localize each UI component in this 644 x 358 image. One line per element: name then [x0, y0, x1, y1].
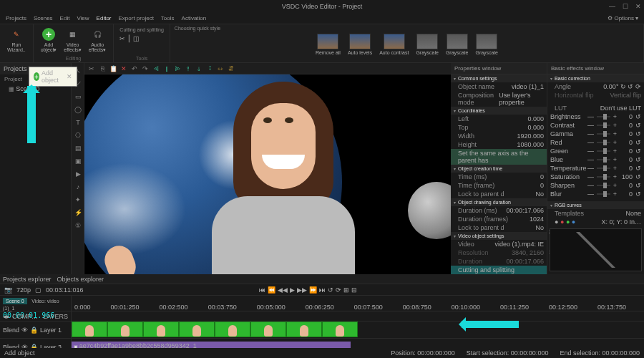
- ellipse-icon[interactable]: ◯: [73, 105, 83, 115]
- zoom-out-icon[interactable]: ⊟: [351, 286, 357, 294]
- align-right-icon[interactable]: ⫸: [173, 64, 182, 73]
- visibility-icon[interactable]: 👁: [21, 326, 28, 334]
- close-icon[interactable]: ✕: [635, 3, 641, 10]
- image-icon[interactable]: ▣: [73, 156, 83, 166]
- menu-tools[interactable]: Tools: [161, 15, 175, 21]
- tooltip-close-icon[interactable]: ✕: [67, 73, 72, 80]
- quick-autolevels[interactable]: Auto levels: [345, 32, 375, 57]
- section-coords[interactable]: Coordinates: [451, 107, 547, 115]
- cutting-button[interactable]: Cutting and splitting: [451, 266, 547, 274]
- vertical-toolbar: ↖ ／ ▭ ◯ T ⎔ ▤ ▣ ▶ ♪ ✦ ⚡ ①: [72, 63, 84, 274]
- align-middle-icon[interactable]: ⫰: [195, 64, 203, 73]
- quick-grayscale1[interactable]: Grayscale: [413, 32, 441, 57]
- text-icon[interactable]: T: [73, 117, 83, 127]
- quick-removeall[interactable]: Remove all: [313, 32, 343, 57]
- video-effects-icon: ▦: [66, 27, 80, 42]
- menu-edit[interactable]: Edit: [60, 15, 70, 21]
- section-rgb[interactable]: RGB curves: [547, 201, 644, 209]
- loop-icon[interactable]: ↺: [328, 286, 333, 294]
- menu-editor[interactable]: Editor: [97, 15, 112, 21]
- redo-icon[interactable]: ↷: [141, 64, 150, 73]
- section-basic[interactable]: Basic correction: [547, 74, 644, 82]
- slider[interactable]: [597, 193, 610, 195]
- slider[interactable]: [597, 125, 610, 126]
- animation-icon[interactable]: ⚡: [73, 208, 83, 218]
- menu-scenes[interactable]: Scenes: [34, 15, 53, 21]
- slider[interactable]: [597, 168, 610, 169]
- track-layer1[interactable]: [72, 321, 644, 338]
- undo-icon[interactable]: ↶: [130, 64, 139, 73]
- paste-icon[interactable]: 📋: [109, 64, 117, 73]
- lock-icon[interactable]: 🔒: [30, 326, 38, 334]
- rewind-icon[interactable]: ⏪: [268, 286, 275, 294]
- slider[interactable]: [597, 176, 610, 178]
- split-icon[interactable]: ⎮: [127, 35, 131, 42]
- tooltip-icon[interactable]: ⎔: [73, 130, 83, 140]
- playback-buttons: ⏮ ⏪ ◀◀ ▶ ▶▶ ⏩ ⏭ ↺ ⟳ ⊞ ⊟: [259, 286, 357, 294]
- fastfwd-icon[interactable]: ⏩: [309, 286, 317, 294]
- dist-h-icon[interactable]: ⇿: [216, 64, 225, 73]
- tab-objects-explorer[interactable]: Objects explorer: [57, 276, 104, 283]
- goto-start-icon[interactable]: ⏮: [259, 286, 265, 294]
- copy-icon[interactable]: ⎘: [98, 64, 107, 73]
- maximize-icon[interactable]: ☐: [623, 3, 628, 10]
- section-common[interactable]: Common settings: [451, 74, 547, 82]
- crop-icon[interactable]: ◫: [133, 35, 140, 42]
- scene-button[interactable]: Scene 0: [3, 298, 27, 304]
- slider[interactable]: [597, 185, 610, 186]
- align-bottom-icon[interactable]: ⫱: [205, 64, 214, 73]
- slider[interactable]: [597, 150, 610, 152]
- video-effects-button[interactable]: ▦ Video effects▾: [61, 26, 84, 54]
- run-wizard-button[interactable]: ✎ Run Wizard..: [4, 26, 29, 54]
- slider[interactable]: [597, 133, 610, 135]
- minimize-icon[interactable]: —: [609, 3, 615, 10]
- section-videoset[interactable]: Video object settings: [451, 232, 547, 240]
- chart-icon[interactable]: ▤: [73, 143, 83, 153]
- slider[interactable]: [597, 142, 610, 143]
- step-fwd-icon[interactable]: ▶▶: [297, 286, 307, 294]
- menu-projects[interactable]: Projects: [6, 15, 26, 21]
- rect-icon[interactable]: ▭: [73, 92, 83, 102]
- align-top-icon[interactable]: ⫯: [184, 64, 192, 73]
- menu-export[interactable]: Export project: [119, 15, 154, 21]
- preview-canvas[interactable]: [84, 74, 451, 274]
- step-back-icon[interactable]: ◀◀: [278, 286, 288, 294]
- delete-icon[interactable]: ✕: [119, 64, 128, 73]
- audio-effects-button[interactable]: 🎧 Audio effects▾: [86, 26, 109, 54]
- quick-autocontrast[interactable]: Auto contrast: [376, 32, 411, 57]
- repeat-icon[interactable]: ⟳: [336, 286, 341, 294]
- dist-v-icon[interactable]: ⇵: [227, 64, 235, 73]
- green-screen-clip[interactable]: [72, 321, 644, 338]
- play-icon[interactable]: ▶: [290, 286, 295, 294]
- same-axis-button[interactable]: Set the same axis as the parent has: [451, 149, 547, 165]
- options[interactable]: ⚙ Options ▾: [608, 15, 638, 21]
- res-label[interactable]: 720p: [16, 286, 31, 294]
- rgb-curves-canvas[interactable]: [550, 228, 642, 271]
- comp-toggle[interactable]: ◂▸: [3, 313, 10, 320]
- menu-activation[interactable]: Activation: [182, 15, 207, 21]
- timeline-ruler[interactable]: 0:00000:01:25000:02:50000:03:75000:05:00…: [72, 296, 644, 311]
- zoom-icon[interactable]: ▢: [35, 286, 42, 294]
- cut-icon[interactable]: ✂: [119, 35, 125, 42]
- video-icon[interactable]: ▶: [73, 169, 83, 179]
- zoom-in-icon[interactable]: ⊞: [343, 286, 349, 294]
- audio-icon[interactable]: ♪: [73, 182, 83, 192]
- quick-grayscale2[interactable]: Grayscale: [443, 32, 472, 57]
- camera-icon[interactable]: 📷: [4, 286, 12, 294]
- tab-projects-explorer[interactable]: Projects explorer: [3, 276, 52, 283]
- section-drawing[interactable]: Object drawing duration: [451, 198, 547, 206]
- add-object-button[interactable]: + Add object▾: [38, 26, 60, 54]
- quick-grayscale3[interactable]: Grayscale: [472, 32, 501, 57]
- counter-icon[interactable]: ①: [73, 221, 83, 231]
- moon-graphic: [408, 182, 451, 239]
- goto-end-icon[interactable]: ⏭: [319, 286, 326, 294]
- effects-panel: Basic effects window Basic correction An…: [547, 63, 644, 274]
- slider[interactable]: [597, 116, 610, 117]
- menu-view[interactable]: View: [77, 15, 89, 21]
- sprite-icon[interactable]: ✦: [73, 195, 83, 205]
- align-center-icon[interactable]: ⫿: [162, 64, 171, 73]
- slider[interactable]: [597, 159, 610, 160]
- section-creation[interactable]: Object creation time: [451, 165, 547, 173]
- align-left-icon[interactable]: ⫷: [152, 64, 160, 73]
- cut-icon[interactable]: ✂: [87, 64, 96, 73]
